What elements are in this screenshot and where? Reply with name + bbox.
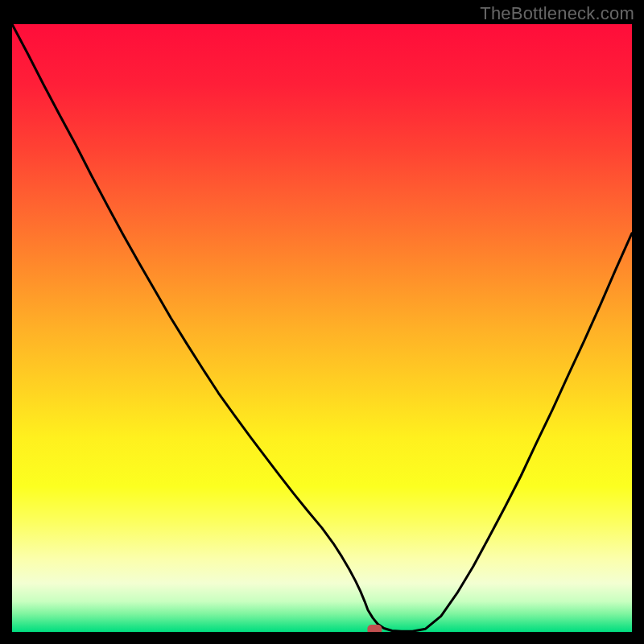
chart-frame: TheBottleneck.com — [0, 0, 644, 644]
optimum-marker — [367, 625, 382, 632]
watermark-text: TheBottleneck.com — [480, 3, 634, 24]
gradient-background — [12, 24, 632, 632]
plot-area — [12, 24, 632, 632]
bottleneck-chart — [12, 24, 632, 632]
